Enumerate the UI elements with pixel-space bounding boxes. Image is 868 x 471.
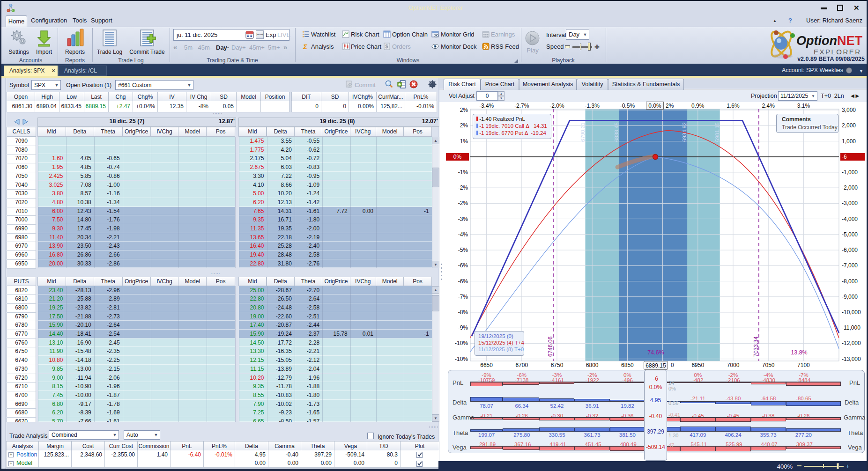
svg-text:Σ: Σ (303, 43, 308, 50)
svg-text:6746.06: 6746.06 (547, 336, 554, 357)
svg-text:7033.34: 7033.34 (753, 336, 759, 357)
svg-text:6981.15: 6981.15 (714, 122, 720, 142)
svg-text:$: $ (386, 44, 388, 49)
svg-text:6790.21: 6790.21 (580, 122, 586, 142)
svg-text:6838.45: 6838.45 (614, 122, 619, 142)
